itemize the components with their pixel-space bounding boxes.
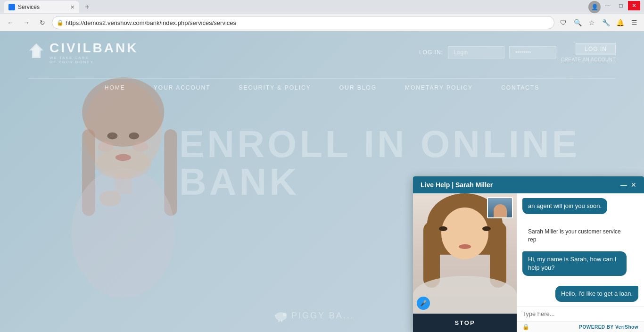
address-input[interactable] [52, 16, 554, 29]
powered-by: POWERED BY VeriShow [579, 324, 638, 330]
message-3: Hello, I'd like to get a loan. 17:41:32 [555, 286, 638, 306]
message-2: Hi, my name is Sarah, how can I help you… [522, 251, 627, 282]
nav-contacts[interactable]: CONTACTS [501, 84, 539, 91]
create-account-link[interactable]: CREATE AN ACCOUNT [561, 57, 616, 62]
forward-button[interactable]: → [20, 16, 33, 29]
star-icon[interactable]: ☆ [586, 17, 598, 29]
login-label: LOG IN: [419, 49, 443, 56]
mic-button[interactable]: 🎤 [417, 297, 430, 310]
login-input[interactable] [448, 46, 504, 58]
svg-rect-17 [278, 320, 280, 322]
address-bar-row: ← → ↻ 🔒 🛡 🔍 ☆ 🔧 🔔 ☰ [0, 14, 644, 31]
piggy-bank-label: PIGGY BA... [273, 308, 355, 323]
stop-button[interactable]: STOP [413, 314, 517, 332]
bank-logo: CIVILBANK WE TAKE CARE OF YOUR MONEY [28, 41, 138, 64]
login-right: LOG IN CREATE AN ACCOUNT [561, 43, 616, 62]
svg-point-6 [95, 149, 151, 179]
new-tab-button[interactable]: + [81, 1, 93, 13]
messages-panel: an agent will join you soon. 17:39:24 Sa… [517, 193, 644, 332]
close-button[interactable]: ✕ [628, 1, 640, 10]
password-input[interactable] [509, 46, 556, 58]
lock-icon: 🔒 [57, 19, 64, 26]
svg-rect-18 [281, 320, 282, 322]
bank-logo-text: CIVILBANK WE TAKE CARE OF YOUR MONEY [50, 41, 138, 64]
chat-minimize-button[interactable]: — [620, 182, 627, 188]
svg-point-10 [129, 133, 139, 140]
chat-title: Live Help | Sarah Miller [421, 181, 493, 189]
chat-body: 🎤 STOP an agent will join you soon. 17:3… [413, 193, 644, 332]
bank-name-bold: BANK [93, 41, 139, 55]
bank-header-top: CIVILBANK WE TAKE CARE OF YOUR MONEY LOG… [28, 41, 616, 64]
menu-icon[interactable]: ☰ [628, 17, 640, 29]
login-button[interactable]: LOG IN [576, 43, 616, 55]
title-bar: Services ✕ + 👤 — □ ✕ [0, 0, 644, 14]
bank-nav: HOME YOUR ACCOUNT SECURITY & POLICY OUR … [28, 78, 616, 97]
chat-close-button[interactable]: ✕ [631, 182, 636, 188]
message-1-bubble: Sarah Miller is your customer service re… [522, 224, 627, 248]
address-bar-wrapper: 🔒 [52, 16, 554, 29]
svg-point-16 [283, 313, 287, 316]
search-icon[interactable]: 🔍 [571, 17, 584, 29]
tab-favicon [8, 4, 15, 10]
back-button[interactable]: ← [4, 16, 17, 29]
toolbar-icons: 🛡 🔍 ☆ 🔧 🔔 ☰ [557, 17, 640, 29]
message-3-time: 17:41:32 [620, 303, 638, 306]
extensions-icon[interactable]: 🔧 [600, 17, 612, 29]
message-3-text: Hello, I'd like to get a loan. [561, 290, 633, 297]
chat-header-buttons: — ✕ [620, 182, 636, 188]
nav-monetary-policy[interactable]: MONETARY POLICY [405, 84, 473, 91]
chat-text-input[interactable] [522, 310, 638, 317]
svg-point-12 [99, 191, 121, 207]
svg-point-5 [71, 168, 175, 298]
messages-list: an agent will join you soon. 17:39:24 Sa… [517, 193, 644, 306]
svg-point-9 [107, 133, 117, 140]
piggy-bank-text: PIGGY BA... [291, 311, 355, 321]
maximize-button[interactable]: □ [615, 1, 627, 10]
bell-icon[interactable]: 🔔 [614, 17, 626, 29]
powered-brand: VeriShow [615, 324, 638, 330]
window-controls: 👤 — □ ✕ [588, 1, 640, 13]
chat-widget: Live Help | Sarah Miller — ✕ [413, 176, 644, 332]
page-content: CIVILBANK WE TAKE CARE OF YOUR MONEY LOG… [0, 31, 644, 332]
message-0-time: 17:39:24 [589, 215, 607, 220]
browser-tab[interactable]: Services ✕ [4, 1, 79, 13]
bank-logo-icon [28, 42, 45, 62]
nav-your-account[interactable]: YOUR ACCOUNT [154, 84, 211, 91]
lock-icon: 🔒 [522, 324, 529, 330]
video-panel: 🎤 STOP [413, 193, 517, 332]
nav-our-blog[interactable]: OUR BLOG [339, 84, 377, 91]
message-1-text: Sarah Miller is your customer service re… [528, 228, 621, 243]
message-3-bubble: Hello, I'd like to get a loan. [555, 286, 638, 302]
message-2-bubble: Hi, my name is Sarah, how can I help you… [522, 251, 627, 276]
bank-tagline-line2: OF YOUR MONEY [50, 60, 138, 64]
hero-line1: ENROLL IN ONLINE [179, 125, 580, 163]
svg-point-8 [132, 141, 148, 152]
nav-home[interactable]: HOME [105, 84, 125, 91]
bank-name: CIVILBANK [50, 41, 138, 56]
tab-close-button[interactable]: ✕ [70, 4, 74, 10]
powered-by-text: POWERED BY [579, 324, 613, 330]
shield-icon[interactable]: 🛡 [557, 17, 570, 29]
bank-name-light: CIVIL [50, 41, 93, 55]
minimize-button[interactable]: — [602, 1, 614, 10]
pip-person [488, 198, 512, 217]
video-pip [487, 197, 513, 218]
message-0-bubble: an agent will join you soon. [522, 198, 607, 214]
message-0: an agent will join you soon. 17:39:24 [522, 198, 607, 220]
svg-point-7 [98, 141, 114, 152]
chat-footer: 🔒 POWERED BY VeriShow [517, 321, 644, 332]
chat-input-row [517, 306, 644, 321]
tab-title: Services [18, 4, 40, 10]
chat-header: Live Help | Sarah Miller — ✕ [413, 176, 644, 193]
video-main: 🎤 [413, 193, 517, 314]
message-2-text: Hi, my name is Sarah, how can I help you… [528, 256, 616, 271]
message-2-time: 17:41:10 [608, 277, 627, 282]
profile-icon: 👤 [588, 1, 601, 13]
nav-security-policy[interactable]: SECURITY & POLICY [239, 84, 311, 91]
message-1: Sarah Miller is your customer service re… [522, 224, 627, 248]
bank-login-area: LOG IN: LOG IN CREATE AN ACCOUNT [419, 43, 616, 62]
reload-button[interactable]: ↻ [36, 16, 49, 29]
bank-tagline-line1: WE TAKE CARE [50, 56, 138, 60]
svg-point-11 [116, 154, 131, 161]
bank-header: CIVILBANK WE TAKE CARE OF YOUR MONEY LOG… [0, 31, 644, 106]
